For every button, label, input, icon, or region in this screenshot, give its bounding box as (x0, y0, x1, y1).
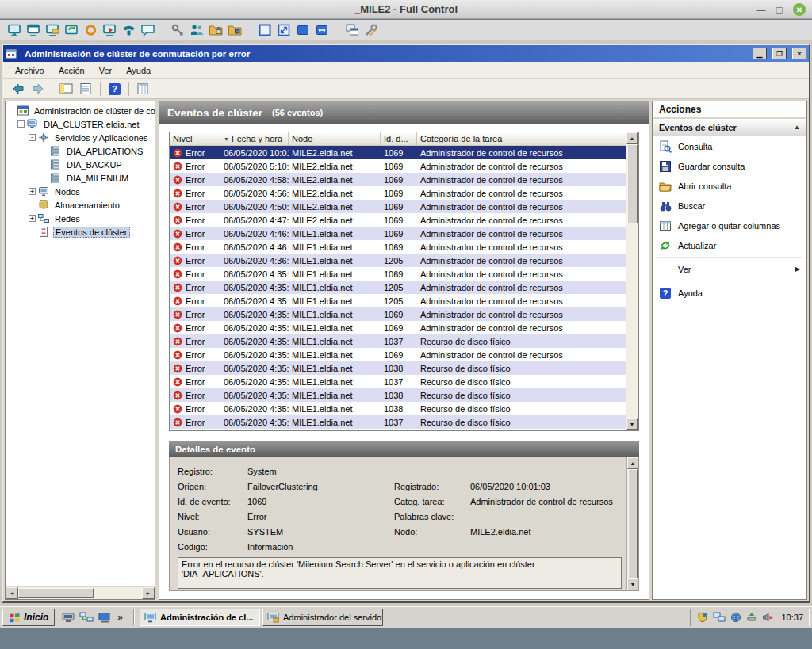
collapse-icon[interactable]: - (29, 134, 36, 141)
scrollbar-thumb[interactable] (628, 469, 638, 578)
event-row[interactable]: Error 06/05/2020 4:35:57 MILE1.eldia.net… (170, 281, 626, 294)
file-transfer-icon[interactable] (206, 21, 225, 39)
action-ayuda[interactable]: ? Ayuda (653, 283, 806, 303)
tree-item-servicios[interactable]: - Servicios y Aplicaciones (6, 131, 155, 144)
event-row[interactable]: Error 06/05/2020 4:35:57 MILE1.eldia.net… (170, 294, 626, 307)
menu-ver[interactable]: Ver (92, 63, 120, 78)
help-icon[interactable]: ? (105, 80, 124, 97)
collapse-icon[interactable]: - (17, 120, 25, 128)
column-header-categoria[interactable]: Categoría de la tarea (417, 132, 607, 145)
action-ver[interactable]: Ver ▶ (653, 259, 806, 279)
tree-item-dia-backup[interactable]: DIA_BACKUP (6, 158, 155, 171)
maximize-icon[interactable]: ▢ (776, 6, 783, 13)
tree-item-redes[interactable]: + Redes (6, 212, 155, 225)
scroll-down-icon[interactable]: ▼ (626, 418, 638, 430)
action-buscar[interactable]: Buscar (653, 196, 806, 216)
start-button[interactable]: Inicio (2, 609, 55, 626)
scroll-up-icon[interactable]: ▲ (626, 132, 638, 144)
actions-group-header[interactable]: Eventos de clúster ▲ (653, 119, 806, 136)
action-abrir-consulta[interactable]: Abrir consulta (653, 176, 806, 196)
menu-ayuda[interactable]: Ayuda (119, 63, 158, 78)
tree-item-eventos[interactable]: Eventos de clúster (6, 225, 155, 239)
users-icon[interactable] (187, 21, 206, 39)
menu-archivo[interactable]: Archivo (8, 63, 52, 78)
remote-desktop-icon[interactable] (61, 611, 75, 624)
event-row[interactable]: Error 06/05/2020 4:56:43 MILE2.eldia.net… (170, 186, 626, 200)
send-keys-icon[interactable] (43, 21, 62, 39)
tree-horizontal-scrollbar[interactable]: ◄ ► (6, 586, 155, 599)
expand-icon[interactable]: + (29, 215, 36, 222)
event-row[interactable]: Error 06/05/2020 4:46:00 MILE1.eldia.net… (170, 227, 626, 240)
fit-window-icon[interactable] (312, 21, 331, 39)
tree-item-root[interactable]: Administración de clúster de conmu (6, 104, 155, 117)
window-maximize-icon[interactable]: ❐ (772, 48, 787, 59)
tree-item-almacenamiento[interactable]: Almacenamiento (6, 198, 155, 212)
menu-accion[interactable]: Acción (52, 63, 92, 78)
disconnect-icon[interactable] (100, 21, 119, 39)
sc roll-up-icon[interactable]: ▲ (627, 457, 638, 469)
scroll-left-icon[interactable]: ◄ (6, 587, 18, 599)
scrollbar-thumb[interactable] (18, 588, 94, 598)
action-agregar-quitar-columnas[interactable]: Agregar o quitar columnas (653, 216, 806, 235)
events-vertical-scrollbar[interactable]: ▲ ▼ (626, 132, 639, 431)
window-toggle-icon[interactable] (24, 21, 43, 39)
scrollbar-thumb[interactable] (627, 144, 638, 223)
tree-item-dia-cluster[interactable]: - DIA_CLUSTER.eldia.net (6, 117, 155, 131)
task-button-cluster-admin[interactable]: Administración de cl... (140, 609, 260, 626)
eject-hardware-icon[interactable] (746, 612, 757, 623)
window-list-icon[interactable] (343, 21, 362, 39)
scale-view-icon[interactable] (274, 21, 293, 39)
chat-icon[interactable] (138, 21, 157, 39)
event-row[interactable]: Error 06/05/2020 4:35:57 MILE1.eldia.net… (170, 321, 626, 334)
close-icon[interactable]: ✕ (793, 3, 806, 16)
export-list-icon[interactable] (76, 80, 96, 97)
back-icon[interactable] (8, 80, 28, 97)
quick-launch-overflow-icon[interactable]: » (116, 612, 124, 623)
forward-icon[interactable] (28, 80, 48, 97)
phone-icon[interactable] (119, 21, 138, 39)
volume-mute-icon[interactable] (762, 612, 773, 623)
event-row[interactable]: Error 06/05/2020 4:35:57 MILE1.eldia.net… (170, 267, 626, 281)
event-row[interactable]: Error 06/05/2020 4:35:56 MILE1.eldia.net… (170, 402, 626, 415)
properties-icon[interactable] (133, 80, 153, 97)
collapse-group-icon[interactable]: ▲ (794, 124, 800, 131)
event-row[interactable]: Error 06/05/2020 4:35:56 MILE1.eldia.net… (170, 415, 626, 429)
folder-icon[interactable] (225, 21, 244, 39)
column-header-id[interactable]: Id. d... (381, 132, 417, 145)
task-button-server-manager[interactable]: Administrador del servidor (262, 609, 383, 626)
window-close-icon[interactable]: ✕ (792, 48, 806, 59)
event-row[interactable]: Error 06/05/2020 4:46:00 MILE1.eldia.net… (170, 240, 626, 254)
refresh-screen-icon[interactable] (62, 21, 81, 39)
show-tree-icon[interactable] (56, 80, 76, 97)
tree-item-nodos[interactable]: + Nodos (6, 185, 155, 198)
event-row[interactable]: Error 06/05/2020 4:58:49 MILE2.eldia.net… (170, 173, 626, 186)
fullscreen-icon[interactable] (255, 21, 274, 39)
event-row[interactable]: Error 06/05/2020 4:50:43 MILE2.eldia.net… (170, 200, 626, 213)
scroll-right-icon[interactable]: ► (142, 587, 155, 599)
expand-icon[interactable]: + (29, 188, 36, 195)
ctrl-alt-del-icon[interactable] (5, 21, 24, 39)
event-row[interactable]: Error 06/05/2020 4:35:56 MILE1.eldia.net… (170, 388, 626, 402)
connection-options-icon[interactable] (81, 21, 100, 39)
screen-icon[interactable] (293, 21, 312, 39)
network-status-icon[interactable] (713, 612, 726, 623)
action-guardar-consulta[interactable]: Guardar consulta (653, 156, 806, 176)
update-shield-icon[interactable] (697, 612, 708, 623)
event-row[interactable]: Error 06/05/2020 4:35:56 MILE1.eldia.net… (170, 375, 626, 388)
column-header-fecha[interactable]: ▼Fecha y hora (220, 132, 289, 145)
details-vertical-scrollbar[interactable]: ▲ ▼ (626, 457, 638, 590)
globe-icon[interactable] (730, 612, 741, 623)
action-actualizar[interactable]: Actualizar (653, 235, 806, 255)
network-places-icon[interactable] (79, 611, 94, 624)
event-row[interactable]: Error 06/05/2020 4:36:07 MILE1.eldia.net… (170, 254, 626, 267)
column-header-nivel[interactable]: Nivel (170, 132, 220, 145)
event-row[interactable]: Error 06/05/2020 10:01:... MILE2.eldia.n… (170, 146, 626, 159)
column-header-nodo[interactable]: Nodo (289, 132, 381, 145)
event-row[interactable]: Error 06/05/2020 4:35:56 MILE1.eldia.net… (170, 361, 626, 375)
window-minimize-icon[interactable]: ▁ (753, 48, 767, 59)
event-row[interactable]: Error 06/05/2020 5:10:45 MILE2.eldia.net… (170, 159, 626, 173)
settings-icon[interactable] (362, 21, 381, 39)
tree-item-dia-aplications[interactable]: DIA_APLICATIONS (6, 144, 155, 158)
tree-item-dia-milenium[interactable]: DIA_MILENIUM (6, 171, 155, 185)
minimize-icon[interactable]: — (757, 6, 766, 13)
